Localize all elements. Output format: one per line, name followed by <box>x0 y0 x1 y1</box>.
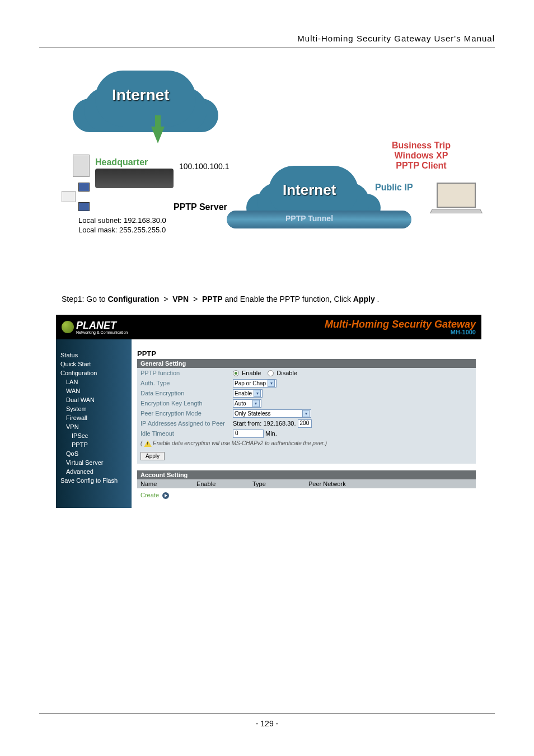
content-panel: PPTP General Setting PPTP function Enabl… <box>132 339 481 508</box>
data-enc-select[interactable]: Enable ▾ <box>233 389 263 398</box>
pptp-server-label: PPTP Server <box>174 202 227 212</box>
chevron-down-icon: ▾ <box>252 400 260 407</box>
apply-button[interactable]: Apply <box>140 452 165 460</box>
key-len-select[interactable]: Auto ▾ <box>233 399 261 408</box>
radio-enable[interactable] <box>233 370 239 376</box>
switch-icon <box>62 191 76 202</box>
admin-header: PLANET Networking & Communication Multi-… <box>56 315 481 339</box>
sidebar-item-lan[interactable]: LAN <box>56 377 132 386</box>
chevron-down-icon: ▾ <box>302 410 310 417</box>
pc-icon <box>73 155 90 177</box>
account-setting-bar: Account Setting <box>137 470 476 479</box>
page-header: Multi-Homing Security Gateway User's Man… <box>39 34 495 48</box>
start-from-label: Start from: 192.168.30. <box>233 420 296 427</box>
planet-globe-icon <box>62 321 74 333</box>
row-key-len-label: Encryption Key Length <box>140 400 233 407</box>
account-table-header: Name Enable Type Peer Network <box>137 479 476 488</box>
page-footer: - 129 - <box>39 713 495 728</box>
radio-disable[interactable] <box>268 370 274 376</box>
sidebar-item-status[interactable]: Status <box>56 351 132 360</box>
cloud-label-internet: Internet <box>112 86 170 104</box>
arrow-right-icon <box>162 492 169 499</box>
pptp-title: PPTP <box>137 349 476 358</box>
headquarter-label: Headquarter <box>95 157 148 167</box>
arrow-down-icon <box>151 127 165 143</box>
col-name: Name <box>137 479 193 488</box>
sidebar-item-virtual-server[interactable]: Virtual Server <box>56 458 132 467</box>
sidebar-item-ipsec[interactable]: IPSec <box>56 431 132 440</box>
col-peer-network: Peer Network <box>305 479 476 488</box>
sidebar-item-dual-wan[interactable]: Dual WAN <box>56 395 132 404</box>
wan-ip-label: 100.100.100.1 <box>179 162 229 171</box>
sidebar-item-system[interactable]: System <box>56 404 132 413</box>
pptp-tunnel-label: PPTP Tunnel <box>285 214 333 223</box>
row-ip-assigned-label: IP Addresses Assigned to Peer <box>140 420 233 427</box>
warning-icon <box>144 440 152 447</box>
sidebar-item-firewall[interactable]: Firewall <box>56 413 132 422</box>
sidebar-item-configuration[interactable]: Configuration <box>56 368 132 377</box>
product-title: Multi-Homing Security Gateway MH-1000 <box>325 319 476 335</box>
warning-note: ( Enable data encryption will use MS-CHA… <box>137 438 476 449</box>
radio-enable-label: Enable <box>242 370 261 376</box>
monitor-icon <box>78 202 90 211</box>
cloud-label-internet: Internet <box>283 181 336 199</box>
laptop-icon <box>431 183 481 216</box>
admin-ui-screenshot: PLANET Networking & Communication Multi-… <box>56 315 481 508</box>
general-setting-bar: General Setting <box>137 359 476 368</box>
peer-mode-select[interactable]: Only Stateless ▾ <box>233 409 311 418</box>
public-ip-label: Public IP <box>375 183 413 193</box>
local-subnet-label: Local subnet: 192.168.30.0 Local mask: 2… <box>78 216 166 235</box>
sidebar-item-quick-start[interactable]: Quick Start <box>56 360 132 368</box>
chevron-down-icon: ▾ <box>254 390 261 397</box>
row-pptp-function-label: PPTP function <box>140 370 233 376</box>
radio-disable-label: Disable <box>277 370 297 376</box>
chevron-down-icon: ▾ <box>268 380 275 387</box>
business-trip-label: Business Trip Windows XP PPTP Client <box>392 141 451 171</box>
sidebar-nav: Status Quick Start Configuration LAN WAN… <box>56 339 132 508</box>
row-auth-type-label: Auth. Type <box>140 380 233 386</box>
sidebar-item-vpn[interactable]: VPN <box>56 422 132 431</box>
monitor-icon <box>78 183 90 192</box>
col-enable: Enable <box>193 479 249 488</box>
router-icon <box>95 169 174 188</box>
network-diagram: Internet Headquarter 100.100.100.1 PPTP … <box>62 71 495 272</box>
idle-input[interactable]: 0 <box>233 430 264 438</box>
row-data-enc-label: Data Encryption <box>140 390 233 396</box>
auth-type-select[interactable]: Pap or Chap ▾ <box>233 379 277 388</box>
sidebar-item-pptp[interactable]: PPTP <box>56 440 132 449</box>
planet-logo: PLANET Networking & Communication <box>62 320 128 334</box>
start-from-input[interactable]: 200 <box>298 419 312 428</box>
sidebar-item-qos[interactable]: QoS <box>56 449 132 458</box>
step-instruction: Step1: Go to Configuration > VPN > PPTP … <box>62 295 495 304</box>
sidebar-item-wan[interactable]: WAN <box>56 386 132 395</box>
create-link[interactable]: Create <box>137 488 476 502</box>
sidebar-item-advanced[interactable]: Advanced <box>56 467 132 476</box>
row-peer-mode-label: Peer Encryption Mode <box>140 410 233 417</box>
col-type: Type <box>249 479 305 488</box>
sidebar-item-save-config[interactable]: Save Config to Flash <box>56 476 132 485</box>
row-idle-label: Idle Timeout <box>140 430 233 437</box>
idle-unit-label: Min. <box>265 430 277 437</box>
